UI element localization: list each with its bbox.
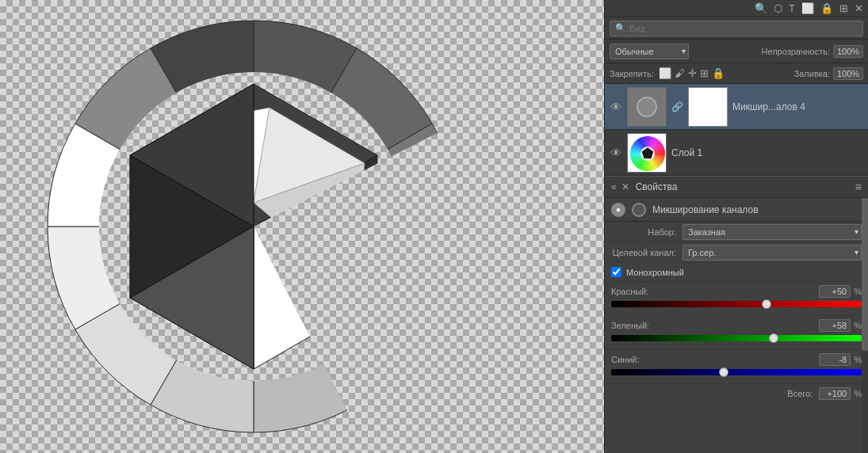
green-slider-header: Зеленый: +58 % — [611, 319, 862, 332]
fill-control: Заливка: 100% — [794, 67, 863, 80]
mixer-filled-icon: ● — [611, 203, 625, 217]
panel-top-icons: 🔍 ⬡ T ⬜ 🔒 ⊞ ✕ — [605, 0, 868, 17]
target-label: Целевой канал: — [611, 248, 683, 257]
red-slider-section: Красный: +50 % — [605, 282, 868, 316]
layer-mask-thumb — [688, 87, 728, 127]
layers-list: 👁 🔗 Микшир...алов 4 👁 Слой 1 — [605, 84, 868, 176]
lock-artboard-icon[interactable]: ⊞ — [700, 67, 709, 79]
lock-paint-icon[interactable]: 🖌 — [675, 67, 685, 79]
preset-row: Набор: Заказная — [605, 222, 868, 242]
opacity-label: Непрозрачность: — [762, 47, 830, 56]
fill-value[interactable]: 100% — [833, 67, 863, 80]
visibility-icon-layer1[interactable]: 👁 — [610, 147, 622, 159]
panel-collapse-icons: « ✕ — [611, 181, 629, 192]
red-slider-track[interactable] — [611, 301, 862, 307]
view-search-input[interactable] — [629, 24, 858, 33]
layer-name-mixer: Микшир...алов 4 — [732, 101, 863, 112]
canvas-area — [0, 0, 604, 453]
mask-icon[interactable]: ⬡ — [774, 2, 782, 14]
total-row: Всего: +100 % — [605, 384, 868, 403]
fill-label: Заливка: — [794, 69, 830, 78]
blend-mode-dropdown[interactable]: Обычные — [610, 44, 689, 59]
grid-icon[interactable]: ⊞ — [839, 2, 848, 14]
mono-row: Монохромный — [605, 263, 868, 282]
layer-thumb-mixer — [627, 87, 667, 127]
green-slider-thumb[interactable] — [769, 333, 778, 343]
channel-mixer-header: ● Микширование каналов — [605, 198, 868, 222]
layer-thumb-layer1 — [627, 133, 667, 173]
blue-slider-header: Синий: -8 % — [611, 353, 862, 366]
collapse-left-icon[interactable]: « — [611, 181, 617, 192]
lock-move-icon[interactable]: ✛ — [688, 67, 697, 79]
blue-slider-label: Синий: — [611, 355, 640, 364]
lock-transparent-icon[interactable]: ⬜ — [659, 67, 671, 79]
red-percent: % — [854, 287, 862, 296]
mono-checkbox[interactable] — [611, 267, 621, 277]
close-icon[interactable]: ✕ — [621, 181, 629, 192]
green-slider-label: Зеленый: — [611, 321, 649, 330]
layer-item-mixer[interactable]: 👁 🔗 Микшир...алов 4 — [605, 84, 868, 130]
blue-slider-section: Синий: -8 % — [605, 350, 868, 384]
red-slider-header: Красный: +50 % — [611, 285, 862, 298]
red-slider-label: Красный: — [611, 287, 648, 296]
view-search-box[interactable]: 🔍 — [610, 21, 863, 36]
blue-value-box: -8 % — [819, 353, 862, 366]
main-canvas[interactable] — [0, 0, 604, 453]
color-wheel-canvas — [628, 134, 667, 173]
total-percent: % — [854, 389, 862, 398]
lock-all-icon[interactable]: 🔒 — [712, 67, 725, 79]
blue-slider-track[interactable] — [611, 369, 862, 375]
scrollbar[interactable] — [862, 198, 868, 453]
frame-icon[interactable]: ⬜ — [801, 2, 814, 14]
close-panel-icon[interactable]: ✕ — [855, 2, 863, 14]
layer-name-layer1: Слой 1 — [671, 147, 863, 158]
green-slider-section: Зеленый: +58 % — [605, 316, 868, 350]
preset-dropdown[interactable]: Заказная — [683, 224, 862, 240]
right-panel: 🔍 ⬡ T ⬜ 🔒 ⊞ ✕ 🔍 Обычные Непрозрачность: … — [604, 0, 868, 453]
text-icon[interactable]: T — [789, 2, 795, 14]
blue-value[interactable]: -8 — [819, 353, 851, 366]
lock-icon[interactable]: 🔒 — [820, 2, 833, 14]
properties-title: Свойства — [636, 181, 855, 192]
red-value[interactable]: +50 — [819, 285, 851, 298]
opacity-control: Непрозрачность: 100% — [762, 45, 863, 58]
search-icon[interactable]: 🔍 — [755, 2, 767, 14]
channel-mixer-title: Микширование каналов — [652, 204, 759, 215]
blue-slider-thumb[interactable] — [719, 367, 728, 377]
red-value-box: +50 % — [819, 285, 862, 298]
mode-opacity-row: Обычные Непрозрачность: 100% — [605, 40, 868, 63]
total-value: +100 — [819, 387, 851, 400]
mixer-outline-icon — [632, 203, 646, 217]
scrollbar-thumb[interactable] — [862, 198, 868, 351]
target-dropdown[interactable]: Гр.сер. — [683, 245, 862, 261]
blue-percent: % — [854, 355, 862, 364]
preset-label: Набор: — [611, 227, 683, 237]
green-value[interactable]: +58 — [819, 319, 851, 332]
red-slider-thumb[interactable] — [762, 299, 771, 309]
properties-panel: ● Микширование каналов Набор: Заказная Ц… — [605, 198, 868, 453]
total-label: Всего: — [611, 389, 819, 398]
green-value-box: +58 % — [819, 319, 862, 332]
green-slider-track[interactable] — [611, 335, 862, 341]
layer-thumb-circle — [637, 97, 657, 117]
layers-toolbar: 🔍 — [605, 17, 868, 40]
search-small-icon: 🔍 — [615, 23, 626, 33]
layer-item-layer1[interactable]: 👁 Слой 1 — [605, 130, 868, 176]
properties-menu-icon[interactable]: ≡ — [855, 181, 862, 193]
properties-panel-header: « ✕ Свойства ≡ — [605, 176, 868, 198]
green-percent: % — [854, 321, 862, 330]
visibility-icon-mixer[interactable]: 👁 — [610, 101, 622, 113]
lock-row: Закрепить: ⬜ 🖌 ✛ ⊞ 🔒 Заливка: 100% — [605, 63, 868, 84]
lock-label: Закрепить: — [610, 69, 654, 78]
opacity-value[interactable]: 100% — [833, 45, 863, 58]
target-channel-row: Целевой канал: Гр.сер. — [605, 242, 868, 263]
mono-label: Монохромный — [626, 268, 684, 277]
lock-icons: ⬜ 🖌 ✛ ⊞ 🔒 — [659, 67, 725, 79]
layer-link-icon: 🔗 — [671, 101, 683, 112]
